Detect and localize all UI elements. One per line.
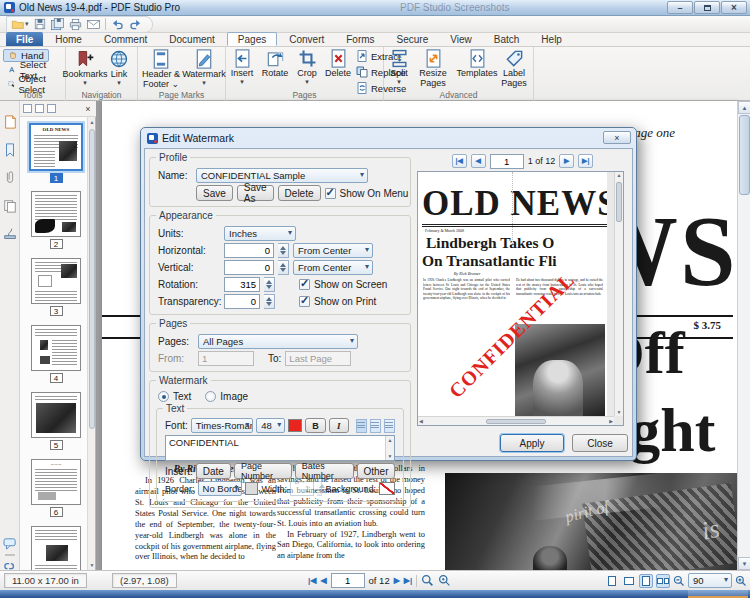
thumbnail-tool-icon[interactable] [23, 104, 32, 113]
border-color-swatch[interactable] [245, 482, 258, 495]
minimize-button[interactable] [667, 1, 693, 14]
border-select[interactable]: No Border [198, 481, 243, 496]
print-button[interactable] [69, 18, 82, 31]
save-all-button[interactable] [51, 18, 64, 31]
transparency-spinner[interactable] [264, 294, 275, 309]
apply-button[interactable]: Apply [500, 434, 564, 452]
dialog-close-button[interactable]: × [603, 131, 631, 144]
zoom-in-icon[interactable] [735, 575, 747, 587]
scroll-down-icon[interactable]: ▼ [88, 560, 96, 570]
label-pages-button[interactable]: Label Pages [496, 49, 532, 89]
scroll-up-icon[interactable]: ▲ [738, 101, 750, 114]
open-button[interactable]: ▾ [11, 18, 29, 31]
header-footer-button[interactable]: Header & Footer ⌄ [140, 49, 182, 90]
thumbnail-page-1[interactable]: OLD NEWS 1 [31, 123, 81, 183]
align-right-button[interactable] [384, 419, 395, 433]
vertical-spinner[interactable] [278, 260, 289, 275]
loupe-tool-icon[interactable] [421, 574, 434, 587]
font-size-select[interactable]: 48 [256, 418, 285, 433]
align-center-button[interactable] [370, 419, 381, 433]
preview-horizontal-scrollbar[interactable]: ◀ ▶ [418, 416, 614, 425]
scroll-right-icon[interactable]: ▶ [609, 418, 613, 424]
horizontal-mode-select[interactable]: From Center [293, 243, 373, 258]
tab-comment[interactable]: Comment [94, 32, 157, 46]
last-page-button[interactable] [404, 576, 412, 585]
scroll-down-icon[interactable]: ▼ [738, 557, 750, 570]
bookmarks-button[interactable]: Bookmarks ▾ [68, 49, 102, 85]
restore-button[interactable] [694, 1, 720, 14]
thumbnail-page-6[interactable]: — — — 6 [31, 459, 81, 517]
insert-page-number-button[interactable]: Page Number [234, 463, 292, 479]
tab-document[interactable]: Document [159, 32, 225, 46]
vertical-mode-select[interactable]: From Center [293, 260, 373, 275]
close-window-button[interactable] [721, 1, 747, 14]
watermark-text-input[interactable]: CONFIDENTIAL ▲▼ [165, 435, 395, 461]
fit-page-button[interactable] [622, 574, 636, 588]
tab-forms[interactable]: Forms [336, 32, 384, 46]
horizontal-input[interactable] [224, 243, 274, 258]
transparency-input[interactable] [224, 294, 260, 309]
rotation-spinner[interactable] [264, 277, 275, 292]
resize-pages-button[interactable]: Resize Pages [414, 49, 452, 89]
delete-profile-button[interactable]: Delete [278, 185, 321, 201]
continuous-view-button[interactable] [656, 574, 670, 588]
font-select[interactable]: Times-Roman [191, 418, 253, 433]
thumbnail-scrollbar[interactable]: ▲ ▼ [87, 117, 95, 570]
tab-view[interactable]: View [440, 32, 482, 46]
tab-help[interactable]: Help [531, 32, 572, 46]
last-page-button[interactable] [578, 154, 593, 168]
italic-button[interactable]: I [329, 418, 349, 433]
first-page-button[interactable] [452, 154, 467, 168]
insert-date-button[interactable]: Date [196, 463, 231, 479]
text-radio[interactable] [158, 391, 169, 402]
templates-button[interactable]: Templates [454, 49, 500, 79]
bookmarks-pane-icon[interactable] [3, 143, 17, 157]
thumbnail-page-4[interactable]: 4 [31, 325, 81, 383]
bold-button[interactable]: B [305, 418, 326, 433]
previous-page-button[interactable] [320, 576, 326, 585]
horizontal-spinner[interactable] [278, 243, 289, 258]
tab-file[interactable]: File [6, 32, 43, 46]
close-panel-icon[interactable]: × [83, 104, 93, 114]
thumbnails-pane-icon[interactable] [3, 115, 17, 129]
preview-vertical-scrollbar[interactable]: ▲ ▼ [614, 172, 623, 416]
scroll-down-icon[interactable]: ▼ [615, 409, 623, 415]
show-on-print-checkbox[interactable] [299, 296, 310, 307]
object-select-button[interactable]: Object Select [3, 77, 65, 90]
rotation-input[interactable] [224, 277, 260, 292]
redo-button[interactable] [129, 18, 142, 30]
email-button[interactable] [87, 18, 100, 31]
watermark-ribbon-button[interactable]: Watermark ▾ [184, 49, 224, 85]
thumbnail-page-3[interactable]: 3 [31, 258, 81, 316]
attachments-pane-icon[interactable] [3, 171, 17, 185]
scrollbar-thumb[interactable] [739, 115, 750, 195]
font-color-swatch[interactable] [288, 419, 302, 432]
tab-home[interactable]: Home [45, 32, 92, 46]
signatures-pane-icon[interactable] [3, 227, 17, 241]
insert-page-button[interactable]: Insert ▾ [228, 49, 256, 84]
first-page-button[interactable] [308, 576, 316, 585]
scroll-left-icon[interactable]: ◀ [419, 418, 423, 424]
close-button[interactable]: Close [572, 434, 628, 452]
actual-size-button[interactable] [605, 574, 619, 588]
crop-page-button[interactable]: Crop ▾ [294, 49, 320, 84]
preview-page-input[interactable] [490, 154, 524, 169]
show-on-screen-checkbox[interactable] [299, 279, 310, 290]
scroll-up-icon[interactable]: ▲ [615, 172, 623, 178]
insert-bates-number-button[interactable]: Bates Number [295, 463, 354, 479]
save-as-button[interactable]: Save As [237, 185, 274, 201]
scroll-up-icon[interactable]: ▲ [88, 117, 96, 127]
next-page-button[interactable] [394, 576, 400, 585]
background-color-swatch[interactable] [379, 482, 395, 495]
layers-pane-icon[interactable] [3, 199, 17, 213]
show-on-menu-checkbox[interactable] [325, 188, 336, 199]
tab-convert[interactable]: Convert [279, 32, 334, 46]
pages-range-select[interactable]: All Pages [198, 334, 358, 349]
preview-viewport[interactable]: OLD NEWS February & March 2008 Lindbergh… [417, 171, 624, 426]
tab-secure[interactable]: Secure [387, 32, 439, 46]
insert-other-button[interactable]: Other [357, 463, 395, 479]
image-radio[interactable] [205, 391, 216, 402]
align-left-button[interactable] [356, 419, 367, 433]
document-vertical-scrollbar[interactable]: ▲ ▼ [737, 101, 750, 570]
split-button[interactable]: Split ▾ [386, 49, 412, 84]
